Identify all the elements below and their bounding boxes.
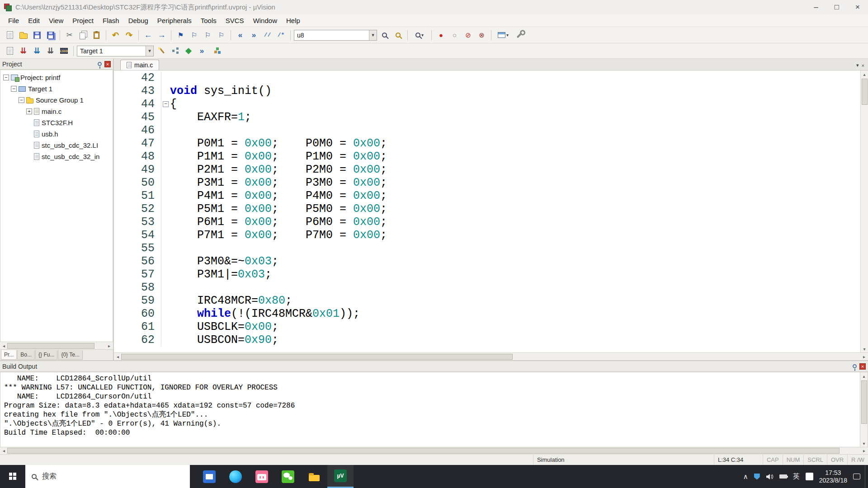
menu-item-flash[interactable]: Flash <box>98 15 124 26</box>
project-tree-hscrollbar[interactable]: ◂ ▸ <box>0 342 113 349</box>
manage-project-items-icon[interactable] <box>169 45 181 57</box>
keil-uvision-taskbar-icon[interactable]: µV <box>327 465 354 488</box>
show-desktop-button[interactable] <box>865 465 868 488</box>
menu-item-edit[interactable]: Edit <box>24 15 44 26</box>
code-text[interactable]: { <box>170 98 860 111</box>
code-text[interactable]: IRC48MCR=0x80; <box>170 294 860 307</box>
scrollbar-thumb[interactable] <box>7 448 840 454</box>
code-text[interactable] <box>170 281 860 294</box>
code-text[interactable]: P7M1 = 0x00; P7M0 = 0x00; <box>170 229 860 242</box>
start-button[interactable] <box>0 465 25 488</box>
manage-runtime-environment-icon[interactable] <box>182 45 194 57</box>
clear-bookmarks-icon[interactable]: ⚐ <box>215 29 227 41</box>
file-explorer-taskbar-icon[interactable] <box>301 465 327 488</box>
scroll-right-icon[interactable]: ▸ <box>106 343 113 348</box>
menu-item-svcs[interactable]: SVCS <box>221 15 249 26</box>
code-line[interactable]: 57 P3M1|=0x03; <box>114 268 860 281</box>
save-icon[interactable] <box>31 29 43 41</box>
editor-vscrollbar[interactable]: ▴ ▾ <box>860 70 868 352</box>
pin-icon[interactable] <box>98 62 102 66</box>
hidden-icons-chevron-icon[interactable]: ∧ <box>743 473 748 481</box>
close-button[interactable]: × <box>847 0 868 14</box>
menu-item-window[interactable]: Window <box>249 15 282 26</box>
code-text[interactable] <box>170 71 860 84</box>
minimize-button[interactable]: – <box>806 0 826 14</box>
editor-hscrollbar[interactable]: ◂ ▸ <box>114 352 868 360</box>
maximize-button[interactable]: □ <box>826 0 847 14</box>
menu-item-tools[interactable]: Tools <box>196 15 221 26</box>
new-file-icon[interactable] <box>4 29 16 41</box>
scroll-up-icon[interactable]: ▴ <box>861 70 868 78</box>
scrollbar-thumb[interactable] <box>862 79 868 105</box>
cut-icon[interactable]: ✂ <box>63 29 75 41</box>
navigate-back-icon[interactable]: ← <box>142 29 154 41</box>
next-bookmark-icon[interactable]: ⚐ <box>202 29 214 41</box>
previous-bookmark-icon[interactable]: ⚐ <box>188 29 200 41</box>
code-text[interactable]: EAXFR=1; <box>170 111 860 124</box>
code-text[interactable]: P6M1 = 0x00; P6M0 = 0x00; <box>170 216 860 229</box>
target-select[interactable]: Target 1 ▾ <box>77 46 154 56</box>
code-line[interactable]: 54 P7M1 = 0x00; P7M0 = 0x00; <box>114 229 860 242</box>
scroll-right-icon[interactable]: ▸ <box>861 448 868 453</box>
rebuild-all-icon[interactable]: ⇊ <box>31 45 43 57</box>
close-document-icon[interactable]: × <box>862 63 864 68</box>
code-line[interactable]: 52 P5M1 = 0x00; P5M0 = 0x00; <box>114 202 860 216</box>
code-line[interactable]: 46 <box>114 124 860 137</box>
build-output-vscrollbar[interactable]: ▴ ▾ <box>860 372 868 447</box>
flash-download-icon[interactable]: LOAD <box>58 45 70 57</box>
panel-tab-1[interactable]: Bo... <box>17 350 35 360</box>
incremental-find-icon[interactable] <box>392 29 404 41</box>
code-line[interactable]: 62 USBCON=0x90; <box>114 333 860 347</box>
copy-icon[interactable] <box>77 29 89 41</box>
code-text[interactable]: P2M1 = 0x00; P2M0 = 0x00; <box>170 163 860 176</box>
document-app-taskbar-icon[interactable] <box>196 465 222 488</box>
code-line[interactable]: 55 <box>114 242 860 255</box>
tree-item[interactable]: STC32F.H <box>0 117 113 128</box>
scroll-right-icon[interactable]: ▸ <box>861 354 868 359</box>
uncomment-selection-icon[interactable]: /* <box>275 29 287 41</box>
tree-expander-icon[interactable]: − <box>19 97 24 103</box>
code-line[interactable]: 56 P3M0&=~0x03; <box>114 255 860 268</box>
tree-item[interactable]: −Source Group 1 <box>0 94 113 106</box>
combo-caret-icon[interactable]: ▾ <box>146 46 153 56</box>
enable-breakpoint-icon[interactable]: ○ <box>448 29 461 41</box>
tree-expander-icon[interactable]: + <box>26 108 32 114</box>
code-line[interactable]: 43void sys_init() <box>114 84 860 98</box>
code-text[interactable]: USBCON=0x90; <box>170 333 860 347</box>
comment-selection-icon[interactable]: // <box>261 29 274 41</box>
open-file-icon[interactable] <box>17 29 29 41</box>
target-options-icon[interactable] <box>155 45 167 57</box>
code-line[interactable]: 47 P0M1 = 0x00; P0M0 = 0x00; <box>114 137 860 150</box>
pin-icon[interactable] <box>853 364 857 368</box>
configure-tools-icon[interactable] <box>513 29 525 41</box>
pack-installer-icon[interactable] <box>209 45 222 57</box>
scroll-down-icon[interactable]: ▾ <box>861 345 868 352</box>
tab-list-icon[interactable]: ▾ <box>856 62 859 68</box>
code-text[interactable]: while(!(IRC48MCR&0x01)); <box>170 307 860 320</box>
menu-item-view[interactable]: View <box>44 15 68 26</box>
code-text[interactable]: P5M1 = 0x00; P5M0 = 0x00; <box>170 202 860 216</box>
find-text-value[interactable]: u8 <box>297 32 369 39</box>
project-panel-close-icon[interactable]: × <box>104 61 111 67</box>
taskbar-clock[interactable]: 17:53 2023/8/18 <box>819 469 847 484</box>
scroll-left-icon[interactable]: ◂ <box>114 354 121 359</box>
scrollbar-thumb[interactable] <box>7 343 94 349</box>
tree-item[interactable]: stc_usb_cdc_32.LI <box>0 140 113 151</box>
edge-browser-taskbar-icon[interactable] <box>222 465 249 488</box>
code-line[interactable]: 59 IRC48MCR=0x80; <box>114 294 860 307</box>
code-text[interactable]: USBCLK=0x00; <box>170 320 860 333</box>
tree-item[interactable]: −Target 1 <box>0 83 113 94</box>
code-line[interactable]: 61 USBCLK=0x00; <box>114 320 860 333</box>
scroll-up-icon[interactable]: ▴ <box>860 372 868 380</box>
code-line[interactable]: 45 EAXFR=1; <box>114 111 860 124</box>
paste-icon[interactable] <box>90 29 103 41</box>
tree-item[interactable]: +main.c <box>0 106 113 117</box>
code-line[interactable]: 50 P3M1 = 0x00; P3M0 = 0x00; <box>114 176 860 189</box>
code-text[interactable]: P1M1 = 0x00; P1M0 = 0x00; <box>170 150 860 163</box>
disable-all-breakpoints-icon[interactable]: ⊘ <box>462 29 474 41</box>
code-text[interactable]: void sys_init() <box>170 84 860 98</box>
insert-breakpoint-icon[interactable]: ● <box>435 29 447 41</box>
combo-caret-icon[interactable]: ▾ <box>369 30 377 40</box>
menu-item-help[interactable]: Help <box>282 15 305 26</box>
code-line[interactable]: 48 P1M1 = 0x00; P1M0 = 0x00; <box>114 150 860 163</box>
